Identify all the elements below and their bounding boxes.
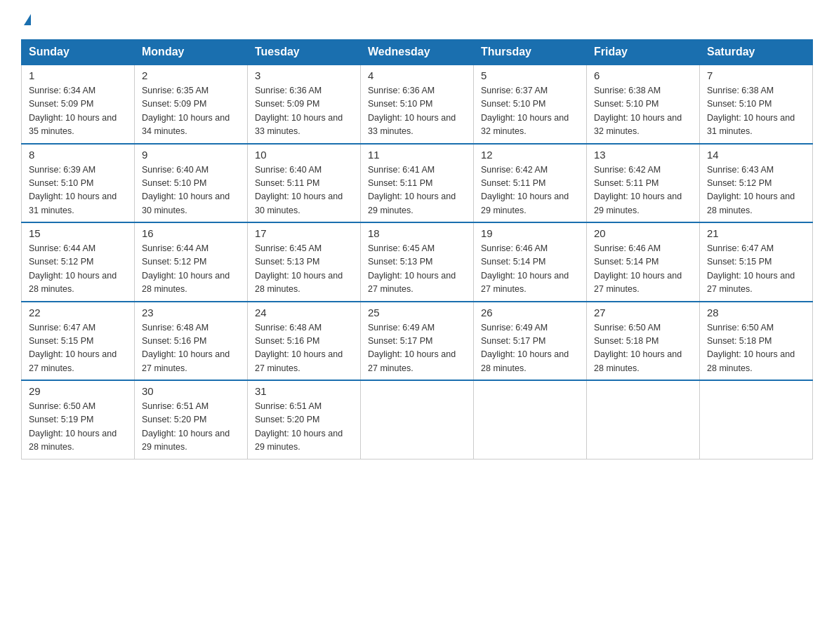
day-info: Sunrise: 6:49 AMSunset: 5:17 PMDaylight:… xyxy=(368,321,466,376)
day-info: Sunrise: 6:43 AMSunset: 5:12 PMDaylight:… xyxy=(707,163,805,218)
column-header-sunday: Sunday xyxy=(22,40,135,65)
calendar-day-3: 3Sunrise: 6:36 AMSunset: 5:09 PMDaylight… xyxy=(248,65,361,144)
page-header xyxy=(21,14,813,25)
logo xyxy=(21,14,31,25)
calendar-week-2: 8Sunrise: 6:39 AMSunset: 5:10 PMDaylight… xyxy=(22,144,813,223)
day-number: 11 xyxy=(368,149,466,161)
empty-cell xyxy=(700,380,813,459)
day-info: Sunrise: 6:39 AMSunset: 5:10 PMDaylight:… xyxy=(29,163,127,218)
calendar-day-26: 26Sunrise: 6:49 AMSunset: 5:17 PMDayligh… xyxy=(474,302,587,381)
day-number: 17 xyxy=(255,227,353,239)
calendar-day-5: 5Sunrise: 6:37 AMSunset: 5:10 PMDaylight… xyxy=(474,65,587,144)
column-header-tuesday: Tuesday xyxy=(248,40,361,65)
logo-triangle-icon xyxy=(24,14,31,25)
day-number: 3 xyxy=(255,69,353,81)
calendar-week-4: 22Sunrise: 6:47 AMSunset: 5:15 PMDayligh… xyxy=(22,302,813,381)
day-info: Sunrise: 6:48 AMSunset: 5:16 PMDaylight:… xyxy=(255,321,353,376)
day-info: Sunrise: 6:47 AMSunset: 5:15 PMDaylight:… xyxy=(707,242,805,297)
calendar-day-17: 17Sunrise: 6:45 AMSunset: 5:13 PMDayligh… xyxy=(248,222,361,302)
calendar-day-28: 28Sunrise: 6:50 AMSunset: 5:18 PMDayligh… xyxy=(700,302,813,381)
calendar-table: SundayMondayTuesdayWednesdayThursdayFrid… xyxy=(21,39,813,459)
day-number: 7 xyxy=(707,69,805,81)
day-number: 4 xyxy=(368,69,466,81)
calendar-day-9: 9Sunrise: 6:40 AMSunset: 5:10 PMDaylight… xyxy=(135,144,248,223)
calendar-day-25: 25Sunrise: 6:49 AMSunset: 5:17 PMDayligh… xyxy=(361,302,474,381)
calendar-day-7: 7Sunrise: 6:38 AMSunset: 5:10 PMDaylight… xyxy=(700,65,813,144)
calendar-day-20: 20Sunrise: 6:46 AMSunset: 5:14 PMDayligh… xyxy=(587,222,700,302)
day-info: Sunrise: 6:36 AMSunset: 5:10 PMDaylight:… xyxy=(368,84,466,139)
calendar-day-29: 29Sunrise: 6:50 AMSunset: 5:19 PMDayligh… xyxy=(22,380,135,459)
day-info: Sunrise: 6:51 AMSunset: 5:20 PMDaylight:… xyxy=(142,400,240,455)
day-number: 14 xyxy=(707,149,805,161)
day-number: 13 xyxy=(594,149,692,161)
day-number: 20 xyxy=(594,227,692,239)
calendar-day-23: 23Sunrise: 6:48 AMSunset: 5:16 PMDayligh… xyxy=(135,302,248,381)
day-info: Sunrise: 6:50 AMSunset: 5:18 PMDaylight:… xyxy=(594,321,692,376)
column-header-monday: Monday xyxy=(135,40,248,65)
calendar-day-31: 31Sunrise: 6:51 AMSunset: 5:20 PMDayligh… xyxy=(248,380,361,459)
day-number: 22 xyxy=(29,307,127,318)
day-number: 28 xyxy=(707,307,805,318)
day-number: 21 xyxy=(707,227,805,239)
calendar-day-10: 10Sunrise: 6:40 AMSunset: 5:11 PMDayligh… xyxy=(248,144,361,223)
day-info: Sunrise: 6:50 AMSunset: 5:19 PMDaylight:… xyxy=(29,400,127,455)
day-number: 23 xyxy=(142,307,240,318)
day-number: 2 xyxy=(142,69,240,81)
calendar-day-12: 12Sunrise: 6:42 AMSunset: 5:11 PMDayligh… xyxy=(474,144,587,223)
calendar-header-row: SundayMondayTuesdayWednesdayThursdayFrid… xyxy=(22,40,813,65)
day-number: 30 xyxy=(142,385,240,397)
empty-cell xyxy=(361,380,474,459)
calendar-week-5: 29Sunrise: 6:50 AMSunset: 5:19 PMDayligh… xyxy=(22,380,813,459)
day-number: 5 xyxy=(481,69,579,81)
empty-cell xyxy=(474,380,587,459)
calendar-day-27: 27Sunrise: 6:50 AMSunset: 5:18 PMDayligh… xyxy=(587,302,700,381)
day-info: Sunrise: 6:45 AMSunset: 5:13 PMDaylight:… xyxy=(368,242,466,297)
day-number: 10 xyxy=(255,149,353,161)
calendar-day-14: 14Sunrise: 6:43 AMSunset: 5:12 PMDayligh… xyxy=(700,144,813,223)
calendar-day-18: 18Sunrise: 6:45 AMSunset: 5:13 PMDayligh… xyxy=(361,222,474,302)
calendar-week-3: 15Sunrise: 6:44 AMSunset: 5:12 PMDayligh… xyxy=(22,222,813,302)
calendar-day-24: 24Sunrise: 6:48 AMSunset: 5:16 PMDayligh… xyxy=(248,302,361,381)
calendar-day-1: 1Sunrise: 6:34 AMSunset: 5:09 PMDaylight… xyxy=(22,65,135,144)
calendar-day-6: 6Sunrise: 6:38 AMSunset: 5:10 PMDaylight… xyxy=(587,65,700,144)
day-number: 19 xyxy=(481,227,579,239)
day-info: Sunrise: 6:37 AMSunset: 5:10 PMDaylight:… xyxy=(481,84,579,139)
day-info: Sunrise: 6:49 AMSunset: 5:17 PMDaylight:… xyxy=(481,321,579,376)
day-number: 25 xyxy=(368,307,466,318)
calendar-day-11: 11Sunrise: 6:41 AMSunset: 5:11 PMDayligh… xyxy=(361,144,474,223)
day-info: Sunrise: 6:34 AMSunset: 5:09 PMDaylight:… xyxy=(29,84,127,139)
calendar-day-8: 8Sunrise: 6:39 AMSunset: 5:10 PMDaylight… xyxy=(22,144,135,223)
day-info: Sunrise: 6:45 AMSunset: 5:13 PMDaylight:… xyxy=(255,242,353,297)
day-number: 29 xyxy=(29,385,127,397)
day-info: Sunrise: 6:44 AMSunset: 5:12 PMDaylight:… xyxy=(29,242,127,297)
day-number: 8 xyxy=(29,149,127,161)
calendar-week-1: 1Sunrise: 6:34 AMSunset: 5:09 PMDaylight… xyxy=(22,65,813,144)
column-header-thursday: Thursday xyxy=(474,40,587,65)
day-info: Sunrise: 6:44 AMSunset: 5:12 PMDaylight:… xyxy=(142,242,240,297)
day-info: Sunrise: 6:36 AMSunset: 5:09 PMDaylight:… xyxy=(255,84,353,139)
day-info: Sunrise: 6:41 AMSunset: 5:11 PMDaylight:… xyxy=(368,163,466,218)
column-header-friday: Friday xyxy=(587,40,700,65)
day-number: 6 xyxy=(594,69,692,81)
day-info: Sunrise: 6:38 AMSunset: 5:10 PMDaylight:… xyxy=(594,84,692,139)
day-info: Sunrise: 6:35 AMSunset: 5:09 PMDaylight:… xyxy=(142,84,240,139)
day-info: Sunrise: 6:46 AMSunset: 5:14 PMDaylight:… xyxy=(594,242,692,297)
day-info: Sunrise: 6:42 AMSunset: 5:11 PMDaylight:… xyxy=(594,163,692,218)
day-info: Sunrise: 6:48 AMSunset: 5:16 PMDaylight:… xyxy=(142,321,240,376)
day-info: Sunrise: 6:51 AMSunset: 5:20 PMDaylight:… xyxy=(255,400,353,455)
calendar-day-13: 13Sunrise: 6:42 AMSunset: 5:11 PMDayligh… xyxy=(587,144,700,223)
day-info: Sunrise: 6:42 AMSunset: 5:11 PMDaylight:… xyxy=(481,163,579,218)
day-number: 16 xyxy=(142,227,240,239)
day-number: 12 xyxy=(481,149,579,161)
day-info: Sunrise: 6:40 AMSunset: 5:11 PMDaylight:… xyxy=(255,163,353,218)
column-header-wednesday: Wednesday xyxy=(361,40,474,65)
day-number: 31 xyxy=(255,385,353,397)
calendar-day-4: 4Sunrise: 6:36 AMSunset: 5:10 PMDaylight… xyxy=(361,65,474,144)
calendar-day-19: 19Sunrise: 6:46 AMSunset: 5:14 PMDayligh… xyxy=(474,222,587,302)
day-number: 1 xyxy=(29,69,127,81)
calendar-day-21: 21Sunrise: 6:47 AMSunset: 5:15 PMDayligh… xyxy=(700,222,813,302)
calendar-day-16: 16Sunrise: 6:44 AMSunset: 5:12 PMDayligh… xyxy=(135,222,248,302)
day-number: 15 xyxy=(29,227,127,239)
day-info: Sunrise: 6:38 AMSunset: 5:10 PMDaylight:… xyxy=(707,84,805,139)
day-info: Sunrise: 6:50 AMSunset: 5:18 PMDaylight:… xyxy=(707,321,805,376)
